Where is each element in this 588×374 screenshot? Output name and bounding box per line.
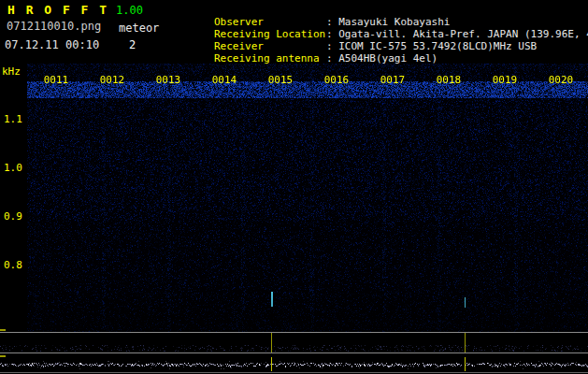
y-tick-0.8: 0.8 xyxy=(4,259,22,271)
observer-label: Observer xyxy=(214,16,326,28)
meteor-event-marker xyxy=(271,357,272,371)
hrofft-spectrogram-screen: H R O F F T 1.00 0712110010.png meteor 0… xyxy=(0,0,588,374)
x-tick-0013: 0013 xyxy=(155,74,181,86)
y-tick-1.0: 1.0 xyxy=(4,162,22,174)
app-version: 1.00 xyxy=(116,4,143,17)
scale-tick xyxy=(0,355,6,357)
location-label: Receiving Location xyxy=(214,28,326,40)
spectrogram-canvas xyxy=(27,64,588,332)
x-tick-0017: 0017 xyxy=(380,74,406,86)
location-value: : Ogata-vill. Akita-Pref. JAPAN (139.96E… xyxy=(326,28,588,40)
app-title: H R O F F T xyxy=(7,3,108,17)
receiver-value: : ICOM IC-575 53.7492(8LCD)MHz USB xyxy=(326,40,537,52)
x-tick-0011: 0011 xyxy=(43,74,69,86)
output-filename: 0712110010.png xyxy=(7,20,101,33)
meteor-event-marker xyxy=(465,333,466,352)
meteor-event-marker xyxy=(271,333,272,352)
echo-count: 2 xyxy=(129,38,136,51)
meteor-event-marker xyxy=(465,357,466,371)
observer-value: : Masayuki Kobayashi xyxy=(326,16,450,28)
x-tick-0020: 0020 xyxy=(548,74,574,86)
x-tick-0012: 0012 xyxy=(99,74,125,86)
x-tick-0014: 0014 xyxy=(211,74,237,86)
station-info: Observer: Masayuki Kobayashi Receiving L… xyxy=(165,4,588,52)
y-axis-unit: kHz xyxy=(2,65,21,78)
y-tick-1.1: 1.1 xyxy=(4,113,22,125)
datetime-label: 07.12.11 00:10 xyxy=(5,38,99,51)
receiver-label: Receiver xyxy=(214,40,326,52)
noise-level-panel xyxy=(0,356,588,373)
noise-trace-canvas xyxy=(0,356,588,372)
info-row-observer: Observer: Masayuki Kobayashi xyxy=(165,4,588,16)
x-tick-0018: 0018 xyxy=(436,74,462,86)
spectrogram-panel: kHz 1.1 1.0 0.9 0.8 0011 0012 0013 0014 … xyxy=(0,64,588,332)
signal-level-canvas xyxy=(0,333,588,352)
x-tick-0016: 0016 xyxy=(323,74,350,86)
x-tick-0019: 0019 xyxy=(492,74,518,86)
scale-tick xyxy=(0,329,6,331)
mode-label: meteor xyxy=(119,22,159,35)
x-tick-0015: 0015 xyxy=(267,74,294,86)
signal-level-panel xyxy=(0,332,588,353)
y-tick-0.9: 0.9 xyxy=(4,210,22,223)
